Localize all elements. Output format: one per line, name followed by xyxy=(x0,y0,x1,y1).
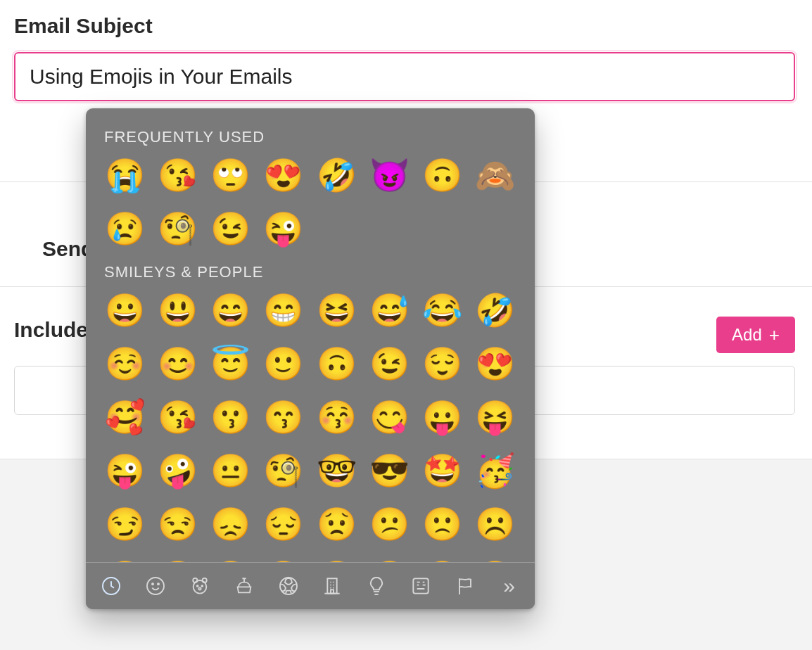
emoji-category-more[interactable]: » xyxy=(496,571,522,601)
emoji-item[interactable]: 😫 xyxy=(210,557,251,562)
bulb-icon xyxy=(365,575,388,597)
food-icon xyxy=(233,575,255,597)
emoji-item[interactable]: 😩 xyxy=(263,557,304,562)
emoji-category-activity[interactable] xyxy=(275,571,301,601)
emoji-category-objects[interactable] xyxy=(364,571,390,601)
emoji-item[interactable]: 🤣 xyxy=(316,155,357,196)
emoji-item[interactable]: 🙃 xyxy=(316,343,357,384)
emoji-item[interactable]: 🧐 xyxy=(263,450,304,491)
emoji-item[interactable]: 😃 xyxy=(157,290,198,331)
emoji-item[interactable]: 🤪 xyxy=(157,450,198,491)
emoji-item[interactable]: 🙂 xyxy=(263,343,304,384)
include-label: Include xyxy=(14,318,88,341)
emoji-item[interactable]: ☺️ xyxy=(104,343,145,384)
svg-point-3 xyxy=(158,583,159,585)
emoji-item[interactable]: 😭 xyxy=(104,155,145,196)
emoji-item[interactable]: 🥺 xyxy=(316,557,357,562)
flag-icon xyxy=(454,575,476,597)
emoji-item[interactable]: 😀 xyxy=(104,290,145,331)
emoji-item[interactable]: 😌 xyxy=(422,343,463,384)
svg-rect-11 xyxy=(328,579,337,594)
emoji-item[interactable]: 😍 xyxy=(263,155,304,196)
emoji-item[interactable]: 😕 xyxy=(369,504,410,544)
emoji-item[interactable]: 🙃 xyxy=(422,155,463,196)
emoji-item[interactable]: 😆 xyxy=(316,290,357,331)
add-button-label: Add xyxy=(732,325,762,345)
emoji-item[interactable]: 😙 xyxy=(263,397,304,438)
emoji-item[interactable]: 😚 xyxy=(316,397,357,438)
emoji-item[interactable]: 😄 xyxy=(210,290,251,331)
soccer-icon xyxy=(277,575,300,597)
emoji-item[interactable]: 🙄 xyxy=(210,155,251,196)
emoji-item[interactable]: 😊 xyxy=(157,343,198,384)
emoji-item[interactable]: 😍 xyxy=(475,343,516,384)
smiley-icon xyxy=(144,575,167,597)
emoji-item[interactable]: 😝 xyxy=(475,397,516,438)
emoji-item[interactable]: 😉 xyxy=(369,343,410,384)
svg-point-8 xyxy=(201,585,203,587)
emoji-item[interactable]: 🙁 xyxy=(422,504,463,544)
emoji-item[interactable]: 😜 xyxy=(263,208,304,249)
email-subject-input[interactable] xyxy=(14,52,795,101)
emoji-item[interactable]: 🤩 xyxy=(422,450,463,491)
emoji-category-toolbar: » xyxy=(86,562,535,609)
emoji-category-travel[interactable] xyxy=(319,571,345,601)
symbols-icon xyxy=(410,575,432,597)
emoji-item[interactable]: 😅 xyxy=(369,290,410,331)
plus-icon: + xyxy=(769,326,780,344)
emoji-item[interactable]: 😢 xyxy=(104,208,145,249)
emoji-item[interactable]: 😟 xyxy=(316,504,357,544)
emoji-category-animals[interactable] xyxy=(187,571,213,601)
emoji-category-flags[interactable] xyxy=(452,571,478,601)
emoji-scroll-area[interactable]: FREQUENTLY USED 😭😘🙄😍🤣😈🙃🙈😢🧐😉😜 SMILEYS & P… xyxy=(86,108,535,562)
emoji-grid-smileys: 😀😃😄😁😆😅😂🤣☺️😊😇🙂🙃😉😌😍🥰😘😗😙😚😋😛😝😜🤪😐🧐🤓😎🤩🥳😏😒😞😔😟😕🙁… xyxy=(104,290,516,562)
emoji-item[interactable]: 😈 xyxy=(369,155,410,196)
emoji-item[interactable]: 😗 xyxy=(210,397,251,438)
emoji-item[interactable]: 😖 xyxy=(157,557,198,562)
emoji-item[interactable]: 😛 xyxy=(422,397,463,438)
emoji-item[interactable]: 😜 xyxy=(104,450,145,491)
svg-point-9 xyxy=(198,588,201,590)
clock-icon xyxy=(100,575,122,597)
svg-point-2 xyxy=(152,583,153,585)
emoji-item[interactable]: 🤣 xyxy=(475,290,516,331)
emoji-item[interactable]: 😒 xyxy=(157,504,198,544)
emoji-item[interactable]: 😘 xyxy=(157,155,198,196)
emoji-item[interactable]: 😣 xyxy=(104,557,145,562)
emoji-item[interactable]: 😤 xyxy=(475,557,516,562)
email-subject-label: Email Subject xyxy=(14,14,153,38)
emoji-item[interactable]: 😁 xyxy=(263,290,304,331)
emoji-item[interactable]: 🤓 xyxy=(316,450,357,491)
emoji-item[interactable]: 😭 xyxy=(422,557,463,562)
emoji-item[interactable]: 😘 xyxy=(157,397,198,438)
emoji-category-food[interactable] xyxy=(231,571,257,601)
emoji-category-smileys[interactable] xyxy=(143,571,169,601)
emoji-item[interactable]: 😐 xyxy=(210,450,251,491)
emoji-item[interactable]: 😏 xyxy=(104,504,145,544)
emoji-category-symbols[interactable] xyxy=(408,571,434,601)
emoji-item[interactable]: 😂 xyxy=(422,290,463,331)
emoji-section-title-frequent: FREQUENTLY USED xyxy=(104,128,516,146)
emoji-item[interactable]: 😉 xyxy=(210,208,251,249)
emoji-item[interactable]: 🧐 xyxy=(157,208,198,249)
emoji-item[interactable]: 😢 xyxy=(369,557,410,562)
emoji-item[interactable]: 🥰 xyxy=(104,397,145,438)
emoji-item[interactable]: 😇 xyxy=(210,343,251,384)
emoji-item[interactable]: 😎 xyxy=(369,450,410,491)
building-icon xyxy=(321,575,343,597)
emoji-picker[interactable]: FREQUENTLY USED 😭😘🙄😍🤣😈🙃🙈😢🧐😉😜 SMILEYS & P… xyxy=(86,108,535,609)
emoji-item[interactable]: 😞 xyxy=(210,504,251,544)
add-button[interactable]: Add + xyxy=(716,317,795,353)
emoji-grid-frequent: 😭😘🙄😍🤣😈🙃🙈😢🧐😉😜 xyxy=(104,155,516,249)
svg-rect-12 xyxy=(331,590,334,594)
svg-rect-13 xyxy=(413,579,428,594)
svg-point-10 xyxy=(280,578,297,594)
emoji-item[interactable]: 😋 xyxy=(369,397,410,438)
emoji-item[interactable]: ☹️ xyxy=(475,504,516,544)
emoji-item[interactable]: 😔 xyxy=(263,504,304,544)
emoji-category-recent[interactable] xyxy=(99,571,125,601)
emoji-item[interactable]: 🥳 xyxy=(475,450,516,491)
emoji-section-title-smileys: SMILEYS & PEOPLE xyxy=(104,263,516,281)
bear-icon xyxy=(189,575,211,597)
emoji-item[interactable]: 🙈 xyxy=(475,155,516,196)
